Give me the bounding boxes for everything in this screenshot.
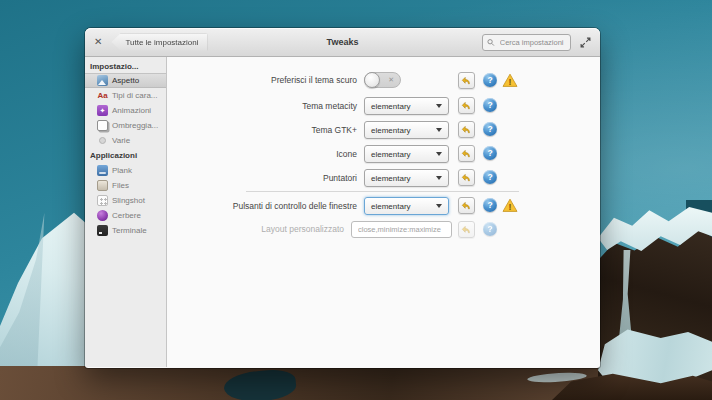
undo-icon bbox=[461, 148, 472, 159]
setting-row-metacity: Tema metacity elementary ? bbox=[167, 97, 600, 115]
setting-label: Tema GTK+ bbox=[167, 121, 357, 139]
appearance-icon bbox=[97, 75, 108, 86]
search-icon bbox=[487, 38, 495, 47]
help-icon[interactable]: ? bbox=[483, 146, 497, 160]
custom-layout-entry[interactable] bbox=[351, 221, 452, 238]
revert-button[interactable] bbox=[458, 221, 475, 238]
svg-text:!: ! bbox=[509, 77, 512, 87]
metacity-theme-dropdown[interactable]: elementary bbox=[364, 97, 449, 115]
plank-icon bbox=[97, 165, 108, 176]
undo-icon bbox=[461, 75, 472, 86]
undo-icon bbox=[461, 172, 472, 183]
sidebar-item-terminale[interactable]: Terminale bbox=[85, 223, 166, 238]
search-input[interactable] bbox=[498, 37, 566, 48]
sidebar-item-label: Plank bbox=[112, 166, 132, 175]
custom-layout-input[interactable] bbox=[356, 224, 447, 235]
help-icon[interactable]: ? bbox=[483, 198, 497, 212]
settings-panel: Preferisci il tema scuro ✕ ? ! bbox=[167, 57, 600, 367]
chevron-down-icon bbox=[436, 176, 442, 180]
help-icon[interactable]: ? bbox=[483, 73, 497, 87]
help-icon[interactable]: ? bbox=[483, 122, 497, 136]
window-title: Tweaks bbox=[205, 37, 480, 47]
undo-icon bbox=[461, 200, 472, 211]
sidebar-item-label: Tipi di cara... bbox=[112, 91, 158, 100]
setting-label: Layout personalizzato bbox=[167, 221, 344, 238]
sidebar-item-cerbere[interactable]: Cerbere bbox=[85, 208, 166, 223]
setting-row-gtk: Tema GTK+ elementary ? bbox=[167, 121, 600, 139]
toggle-knob bbox=[364, 72, 380, 88]
tweaks-window: ✕ Tutte le impostazioni Tweaks Impostazi… bbox=[85, 28, 600, 368]
setting-row-icons: Icone elementary ? bbox=[167, 145, 600, 163]
misc-icon bbox=[99, 137, 106, 144]
help-icon[interactable]: ? bbox=[483, 170, 497, 184]
setting-row-custom-layout: Layout personalizzato ? bbox=[167, 221, 600, 239]
sidebar-item-animazioni[interactable]: ✦ Animazioni bbox=[85, 103, 166, 118]
all-settings-back-button[interactable]: Tutte le impostazioni bbox=[111, 34, 207, 51]
headerbar: ✕ Tutte le impostazioni Tweaks bbox=[85, 28, 600, 57]
undo-icon bbox=[461, 124, 472, 135]
files-icon bbox=[97, 180, 108, 191]
sidebar-section-applications: Applicazioni bbox=[85, 148, 166, 163]
setting-row-window-buttons: Pulsanti di controllo delle finestre ele… bbox=[167, 197, 600, 215]
sidebar-item-files[interactable]: Files bbox=[85, 178, 166, 193]
setting-label: Preferisci il tema scuro bbox=[167, 72, 357, 88]
help-icon[interactable]: ? bbox=[483, 222, 497, 236]
chevron-down-icon bbox=[436, 152, 442, 156]
undo-icon bbox=[461, 100, 472, 111]
toggle-off-icon: ✕ bbox=[388, 73, 394, 87]
cerbere-icon bbox=[97, 210, 108, 221]
sidebar-item-ombreggiatura[interactable]: Ombreggia... bbox=[85, 118, 166, 133]
revert-button[interactable] bbox=[458, 197, 475, 214]
close-button[interactable]: ✕ bbox=[94, 37, 102, 47]
svg-text:!: ! bbox=[509, 202, 512, 212]
sidebar-item-label: Animazioni bbox=[112, 106, 151, 115]
sidebar-item-label: Aspetto bbox=[112, 76, 139, 85]
sidebar-item-label: Terminale bbox=[112, 226, 147, 235]
dropdown-value: elementary bbox=[371, 126, 411, 135]
dropdown-value: elementary bbox=[371, 102, 411, 111]
desktop: ✕ Tutte le impostazioni Tweaks Impostazi… bbox=[0, 0, 712, 400]
gtk-theme-dropdown[interactable]: elementary bbox=[364, 121, 449, 139]
animations-icon: ✦ bbox=[97, 105, 108, 116]
sidebar-item-aspetto[interactable]: Aspetto bbox=[85, 73, 166, 88]
window-buttons-dropdown[interactable]: elementary bbox=[364, 197, 449, 215]
setting-label: Pulsanti di controllo delle finestre bbox=[167, 197, 357, 215]
revert-button[interactable] bbox=[458, 121, 475, 138]
help-icon[interactable]: ? bbox=[483, 98, 497, 112]
sidebar-item-label: Cerbere bbox=[112, 211, 141, 220]
revert-button[interactable] bbox=[458, 145, 475, 162]
revert-button[interactable] bbox=[458, 169, 475, 186]
dropdown-value: elementary bbox=[371, 150, 411, 159]
chevron-down-icon bbox=[436, 104, 442, 108]
sidebar-item-varie[interactable]: Varie bbox=[85, 133, 166, 148]
sidebar-section-settings: Impostazio... bbox=[85, 60, 166, 73]
terminal-icon bbox=[97, 225, 108, 236]
icon-theme-dropdown[interactable]: elementary bbox=[364, 145, 449, 163]
shadows-icon bbox=[97, 120, 108, 131]
revert-button[interactable] bbox=[458, 97, 475, 114]
setting-row-cursors: Puntatori elementary ? bbox=[167, 169, 600, 187]
dark-theme-toggle[interactable]: ✕ bbox=[364, 72, 401, 88]
sidebar-item-plank[interactable]: Plank bbox=[85, 163, 166, 178]
sidebar-item-fonts[interactable]: Aa Tipi di cara... bbox=[85, 88, 166, 103]
dropdown-value: elementary bbox=[371, 174, 411, 183]
setting-row-dark-theme: Preferisci il tema scuro ✕ ? ! bbox=[167, 72, 600, 88]
dropdown-value: elementary bbox=[371, 202, 411, 211]
sidebar-item-label: Slingshot bbox=[112, 196, 145, 205]
chevron-down-icon bbox=[436, 204, 442, 208]
setting-label: Tema metacity bbox=[167, 97, 357, 115]
search-field[interactable] bbox=[482, 34, 571, 51]
sidebar-item-label: Files bbox=[112, 181, 129, 190]
cursor-theme-dropdown[interactable]: elementary bbox=[364, 169, 449, 187]
setting-label: Puntatori bbox=[167, 169, 357, 187]
sidebar-item-label: Ombreggia... bbox=[112, 121, 158, 130]
slingshot-icon bbox=[97, 195, 108, 206]
sidebar-item-label: Varie bbox=[112, 136, 130, 145]
chevron-down-icon bbox=[436, 128, 442, 132]
revert-button[interactable] bbox=[458, 72, 475, 89]
warning-icon: ! bbox=[502, 198, 518, 213]
sidebar-item-slingshot[interactable]: Slingshot bbox=[85, 193, 166, 208]
undo-icon bbox=[461, 224, 472, 235]
maximize-button[interactable] bbox=[580, 37, 591, 48]
resize-arrows-icon bbox=[580, 37, 591, 48]
